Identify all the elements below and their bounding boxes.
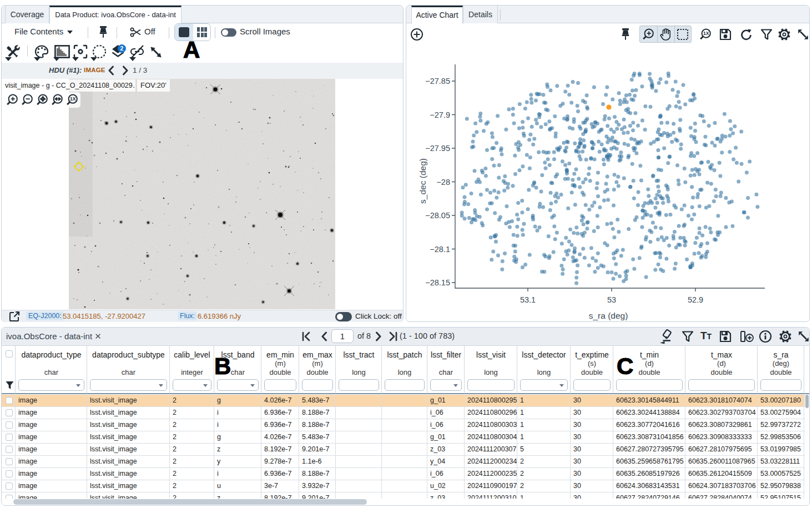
svg-text:s_ra (deg): s_ra (deg) (589, 311, 628, 320)
svg-text:−28: −28 (436, 178, 450, 187)
svg-text:−27.85: −27.85 (425, 77, 450, 85)
svg-text:−28.15: −28.15 (425, 278, 450, 287)
svg-text:52.9: 52.9 (688, 295, 703, 304)
svg-text:−28.1: −28.1 (430, 245, 450, 254)
svg-text:−28.05: −28.05 (425, 211, 450, 220)
svg-text:−27.95: −27.95 (425, 144, 450, 153)
svg-text:s_dec (deg): s_dec (deg) (418, 158, 427, 204)
svg-text:53: 53 (607, 295, 616, 304)
svg-text:1X: 1X (703, 31, 709, 36)
svg-text:1X: 1X (70, 96, 76, 102)
svg-text:53.1: 53.1 (520, 295, 536, 304)
svg-text:−27.9: −27.9 (430, 110, 450, 119)
